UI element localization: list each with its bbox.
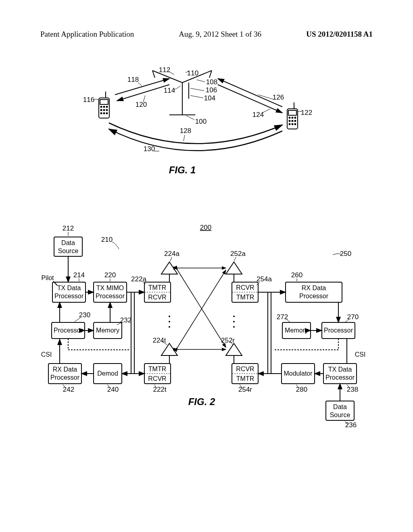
label-252a: 252a xyxy=(230,250,246,258)
label-108: 108 xyxy=(206,78,217,86)
block-processor-230: Processor xyxy=(54,327,83,334)
svg-point-13 xyxy=(101,110,102,111)
block-222a-l2: RCVR xyxy=(148,294,166,301)
label-222t: 222t xyxy=(153,386,166,393)
svg-rect-9 xyxy=(100,100,108,104)
svg-point-49 xyxy=(169,321,170,322)
block-data-source-236-l2: Source xyxy=(330,411,350,418)
svg-point-17 xyxy=(104,113,105,114)
phone-left-icon xyxy=(99,91,109,118)
svg-point-48 xyxy=(169,316,170,317)
label-104: 104 xyxy=(204,94,215,102)
block-rx-data-260-l1: RX Data xyxy=(302,285,326,291)
label-106: 106 xyxy=(206,86,217,94)
label-254r: 254r xyxy=(238,386,252,393)
label-254a: 254a xyxy=(257,275,272,283)
label-126: 126 xyxy=(273,94,284,101)
label-214: 214 xyxy=(73,271,85,279)
label-250: 250 xyxy=(340,250,351,258)
label-130: 130 xyxy=(144,145,155,153)
block-rx-data-260-l2: Processor xyxy=(299,293,329,299)
svg-line-31 xyxy=(115,79,169,95)
svg-point-24 xyxy=(295,117,296,118)
label-210: 210 xyxy=(101,236,113,243)
svg-point-30 xyxy=(295,124,296,125)
label-236: 236 xyxy=(345,421,357,429)
block-254a-l1: RCVR xyxy=(236,284,254,291)
phone-right-icon xyxy=(287,102,298,129)
svg-point-28 xyxy=(289,124,290,125)
block-data-source-212-l1: Data xyxy=(61,239,75,246)
header-left: Patent Application Publication xyxy=(40,30,134,39)
label-110: 110 xyxy=(187,69,198,77)
svg-point-16 xyxy=(101,113,102,114)
block-tx-mimo-220-l2: Processor xyxy=(96,293,125,299)
label-222a: 222a xyxy=(131,275,146,283)
label-csi-right: CSI xyxy=(355,351,366,358)
block-222a-l1: TMTR xyxy=(148,284,166,291)
svg-point-14 xyxy=(104,110,105,111)
block-data-source-236-l1: Data xyxy=(333,403,347,410)
label-116: 116 xyxy=(83,96,94,104)
svg-point-15 xyxy=(106,110,108,111)
svg-point-25 xyxy=(289,121,290,122)
svg-point-18 xyxy=(106,113,108,114)
block-tx-data-214-l1: TX Data xyxy=(57,285,81,291)
block-222t-l2: RCVR xyxy=(148,375,166,382)
svg-line-33 xyxy=(218,79,282,107)
label-220: 220 xyxy=(104,271,116,279)
label-270: 270 xyxy=(347,313,359,321)
label-100: 100 xyxy=(195,118,206,125)
block-rx-data-242-l1: RX Data xyxy=(53,366,77,373)
label-118: 118 xyxy=(127,76,139,83)
header-center: Aug. 9, 2012 Sheet 1 of 36 xyxy=(179,30,261,39)
base-station-icon xyxy=(152,71,212,115)
figure-1: 116 118 120 112 110 114 108 106 104 100 … xyxy=(0,66,413,175)
block-modulator-280: Modulator xyxy=(284,370,313,377)
label-csi-left: CSI xyxy=(41,351,52,358)
header-right: US 2012/0201158 A1 xyxy=(306,30,373,39)
label-224a: 224a xyxy=(164,250,179,258)
label-128: 128 xyxy=(180,127,191,135)
block-254a-l2: TMTR xyxy=(236,294,254,301)
block-tx-mimo-220-l1: TX MIMO xyxy=(96,285,124,291)
svg-point-12 xyxy=(106,106,108,108)
label-pilot: Pilot xyxy=(41,274,54,281)
block-222t-l1: TMTR xyxy=(148,366,166,372)
label-212: 212 xyxy=(63,224,74,232)
block-254r-l1: RCVR xyxy=(236,366,254,372)
label-124: 124 xyxy=(252,111,264,118)
svg-point-29 xyxy=(292,124,293,125)
label-232: 232 xyxy=(120,316,131,324)
block-memory-272: Memory xyxy=(285,327,308,334)
block-tx-data-238-l1: TX Data xyxy=(328,366,352,373)
svg-point-50 xyxy=(169,326,170,328)
block-processor-270: Processor xyxy=(324,327,353,334)
svg-point-11 xyxy=(104,106,105,108)
block-254r-l2: TMTR xyxy=(236,375,254,382)
label-120: 120 xyxy=(136,101,147,108)
svg-point-27 xyxy=(295,121,296,122)
fig1-caption: FIG. 1 xyxy=(169,164,196,175)
block-data-source-212-l2: Source xyxy=(58,247,79,254)
block-tx-data-214-l2: Processor xyxy=(54,293,84,299)
svg-point-54 xyxy=(233,321,235,322)
svg-line-32 xyxy=(117,85,169,101)
svg-point-22 xyxy=(289,117,290,118)
label-260: 260 xyxy=(291,271,302,279)
label-200: 200 xyxy=(200,224,211,231)
svg-rect-21 xyxy=(288,110,296,115)
label-114: 114 xyxy=(164,87,175,94)
label-112: 112 xyxy=(159,66,170,74)
block-tx-data-238-l2: Processor xyxy=(325,374,355,381)
svg-point-26 xyxy=(292,121,293,122)
block-rx-data-242-l2: Processor xyxy=(50,374,80,381)
svg-point-55 xyxy=(233,326,235,328)
svg-point-23 xyxy=(292,117,293,118)
label-272: 272 xyxy=(277,313,288,321)
label-224t: 224t xyxy=(152,337,166,344)
svg-point-10 xyxy=(101,106,102,108)
block-demod-240: Demod xyxy=(97,370,118,377)
block-memory-232: Memory xyxy=(96,327,119,334)
svg-point-53 xyxy=(233,316,235,317)
